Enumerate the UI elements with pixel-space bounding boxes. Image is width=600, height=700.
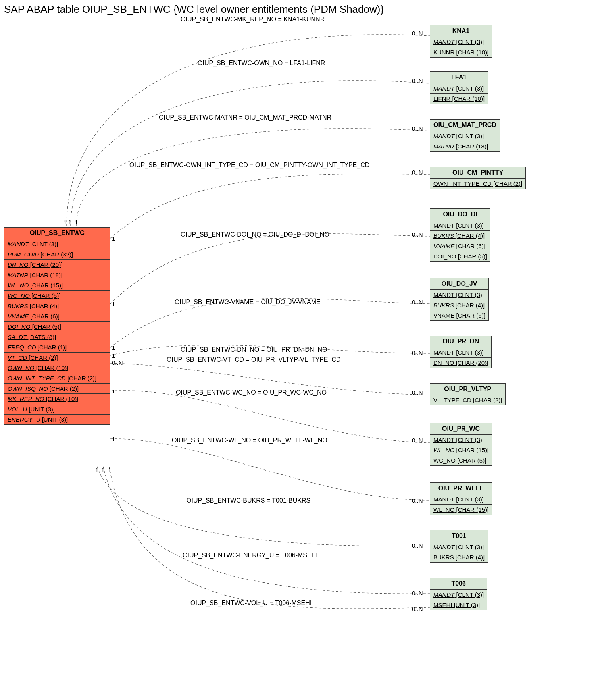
ref-table-header: OIU_PR_DN [430,336,491,347]
relation-label: OIUP_SB_ENTWC-DN_NO = OIU_PR_DN-DN_NO [181,346,327,353]
table-field: BUKRS [CHAR (4)] [430,552,488,562]
cardinality-label: 0..N [412,389,423,396]
table-field: DN_NO [CHAR (20)] [4,260,110,270]
relation-label: OIUP_SB_ENTWC-WL_NO = OIU_PR_WELL-WL_NO [172,437,327,444]
cardinality-label: 0..N [412,30,423,37]
table-field: SA_DT [DATS (8)] [4,332,110,342]
table-field: MANDT [CLNT (3)] [430,494,492,505]
cardinality-label: 0..N [412,77,423,84]
table-field: BUKRS [CHAR (4)] [430,300,488,310]
ref-table-prdn: OIU_PR_DNMANDT [CLNT (3)]DN_NO [CHAR (20… [430,336,492,368]
ref-table-kna1: KNA1MANDT [CLNT (3)]KUNNR [CHAR (10)] [430,25,492,58]
table-field: MANDT [CLNT (3)] [430,347,491,358]
table-field: MANDT [CLNT (3)] [430,590,487,600]
table-field: MANDT [CLNT (3)] [4,239,110,249]
table-field: WL_NO [CHAR (15)] [430,505,492,515]
ref-table-header: T001 [430,530,488,542]
main-table: OIUP_SB_ENTWC MANDT [CLNT (3)]PDM_GUID [… [4,227,110,425]
relation-label: OIUP_SB_ENTWC-MATNR = OIU_CM_MAT_PRCD-MA… [159,114,331,121]
ref-table-t006: T006MANDT [CLNT (3)]MSEHI [UNIT (3)] [430,578,487,610]
ref-table-header: OIU_CM_MAT_PRCD [430,120,500,131]
table-field: VT_CD [CHAR (2)] [4,353,110,363]
cardinality-label: 1 [108,467,111,473]
table-field: VL_TYPE_CD [CHAR (2)] [430,395,505,405]
relation-label: OIUP_SB_ENTWC-BUKRS = T001-BUKRS [187,497,310,504]
ref-table-pintty: OIU_CM_PINTTYOWN_INT_TYPE_CD [CHAR (2)] [430,167,526,189]
table-field: DOI_NO [CHAR (5)] [4,322,110,332]
main-table-header: OIUP_SB_ENTWC [4,228,110,239]
table-field: MANDT [CLNT (3)] [430,37,492,47]
table-field: DOI_NO [CHAR (5)] [430,251,490,261]
ref-table-header: OIU_PR_VLTYP [430,384,505,395]
cardinality-label: 1 [112,344,115,351]
table-field: BUKRS [CHAR (4)] [4,301,110,311]
table-field: BUKRS [CHAR (4)] [430,231,490,241]
relation-label: OIUP_SB_ENTWC-VOL_U = T006-MSEHI [190,600,312,607]
ref-table-vltyp: OIU_PR_VLTYPVL_TYPE_CD [CHAR (2)] [430,383,506,405]
table-field: DN_NO [CHAR (20)] [430,358,491,368]
table-field: MK_REP_NO [CHAR (10)] [4,394,110,404]
ref-table-prwell: OIU_PR_WELLMANDT [CLNT (3)]WL_NO [CHAR (… [430,482,492,515]
ref-table-dojv: OIU_DO_JVMANDT [CLNT (3)]BUKRS [CHAR (4)… [430,278,489,321]
table-field: VNAME [CHAR (6)] [430,310,488,320]
table-field: WL_NO [CHAR (15)] [4,280,110,291]
table-field: MANDT [CLNT (3)] [430,435,492,445]
ref-table-lfa1: LFA1MANDT [CLNT (3)]LIFNR [CHAR (10)] [430,71,488,104]
ref-table-matprcd: OIU_CM_MAT_PRCDMANDT [CLNT (3)]MATNR [CH… [430,119,500,152]
table-field: WC_NO [CHAR (5)] [430,455,492,465]
table-field: WL_NO [CHAR (15)] [430,445,492,455]
cardinality-label: 1 [63,219,67,226]
table-field: OWN_ISQ_NO [CHAR (2)] [4,384,110,394]
table-field: MATNR [CHAR (18)] [430,141,500,151]
page-title: SAP ABAP table OIUP_SB_ENTWC {WC level o… [4,3,384,15]
relation-label: OIUP_SB_ENTWC-VT_CD = OIU_PR_VLTYP-VL_TY… [167,356,341,363]
ref-table-t001: T001MANDT [CLNT (3)]BUKRS [CHAR (4)] [430,530,488,563]
cardinality-label: 1 [68,219,71,226]
relation-label: OIUP_SB_ENTWC-OWN_INT_TYPE_CD = OIU_CM_P… [129,162,369,169]
cardinality-label: 1 [75,219,78,226]
relation-label: OIUP_SB_ENTWC-ENERGY_U = T006-MSEHI [183,552,318,559]
cardinality-label: 0..N [112,359,123,366]
cardinality-label: 0..N [412,497,423,504]
table-field: FREQ_CD [CHAR (1)] [4,342,110,353]
cardinality-label: 0..N [412,606,423,612]
table-field: MSEHI [UNIT (3)] [430,600,487,610]
cardinality-label: 0..N [412,542,423,549]
ref-table-prwc: OIU_PR_WCMANDT [CLNT (3)]WL_NO [CHAR (15… [430,423,492,466]
table-field: MANDT [CLNT (3)] [430,83,488,94]
relation-label: OIUP_SB_ENTWC-DOI_NO = OIU_DO_DI-DOI_NO [181,231,329,238]
table-field: MANDT [CLNT (3)] [430,220,490,231]
table-field: OWN_NO [CHAR (10)] [4,363,110,373]
table-field: VNAME [CHAR (6)] [4,311,110,322]
table-field: OWN_INT_TYPE_CD [CHAR (2)] [4,373,110,384]
cardinality-label: 1 [112,388,115,395]
table-field: VOL_U [UNIT (3)] [4,404,110,415]
ref-table-header: LFA1 [430,72,488,83]
cardinality-label: 0..N [412,169,423,175]
table-field: LIFNR [CHAR (10)] [430,94,488,104]
ref-table-header: OIU_PR_WC [430,423,492,435]
cardinality-label: 0..N [412,349,423,356]
cardinality-label: 1 [112,436,115,442]
cardinality-label: 1 [95,467,98,473]
table-field: MANDT [CLNT (3)] [430,131,500,141]
cardinality-label: 0..N [412,437,423,444]
ref-table-header: OIU_DO_DI [430,209,490,220]
table-field: ENERGY_U [UNIT (3)] [4,415,110,424]
table-field: MANDT [CLNT (3)] [430,290,488,300]
cardinality-label: 1 [112,352,115,359]
ref-table-header: OIU_DO_JV [430,278,488,290]
ref-table-header: OIU_PR_WELL [430,483,492,494]
cardinality-label: 0..N [412,231,423,238]
table-field: KUNNR [CHAR (10)] [430,47,492,57]
cardinality-label: 1 [101,467,104,473]
table-field: PDM_GUID [CHAR (32)] [4,249,110,260]
table-field: MANDT [CLNT (3)] [430,542,488,552]
cardinality-label: 1 [112,235,115,242]
relation-label: OIUP_SB_ENTWC-WC_NO = OIU_PR_WC-WC_NO [176,389,327,396]
cardinality-label: 0..N [412,299,423,305]
ref-table-dodi: OIU_DO_DIMANDT [CLNT (3)]BUKRS [CHAR (4)… [430,208,490,262]
relation-label: OIUP_SB_ENTWC-VNAME = OIU_DO_JV-VNAME [175,299,321,306]
table-field: MATNR [CHAR (18)] [4,270,110,280]
cardinality-label: 0..N [412,125,423,132]
